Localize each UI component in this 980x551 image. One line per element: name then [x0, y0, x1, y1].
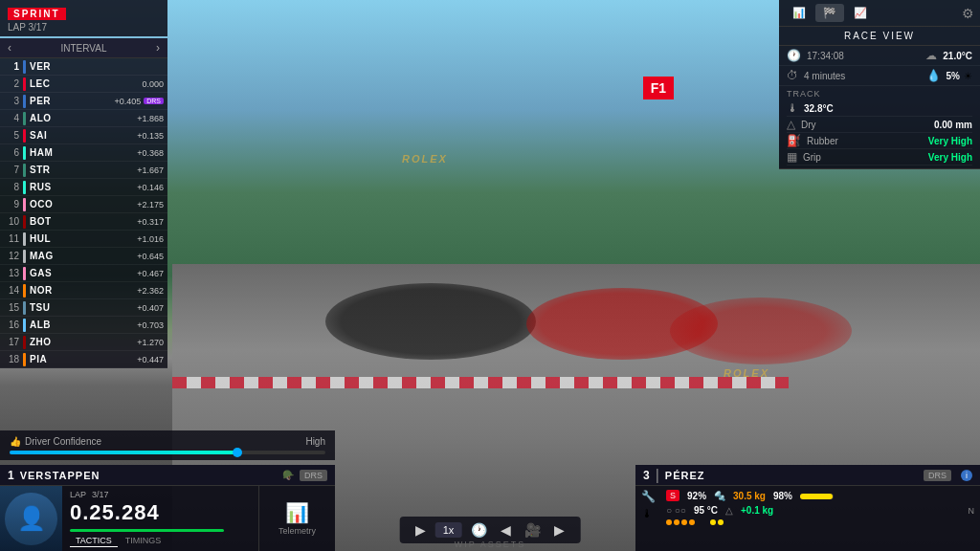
tyre-health-val: 92%: [687, 491, 706, 501]
lb-name: HAM: [30, 147, 137, 158]
tab-chart-left[interactable]: 📊: [785, 4, 813, 22]
thumbs-up-icon: 👍: [10, 436, 21, 447]
rolex-banner-2: ROLEX: [724, 367, 769, 379]
lb-pos: 16: [4, 320, 19, 330]
camera-icon[interactable]: 🎥: [521, 520, 545, 540]
speed-control[interactable]: 1x: [435, 522, 462, 538]
lb-team-bar: [23, 112, 26, 125]
lb-pos: 3: [4, 96, 19, 106]
perez-card: 3 | PÉREZ DRS i 🔧 🌡 S 92% 🔩 30.5 kg 98%: [635, 465, 980, 551]
confidence-thumb[interactable]: [233, 448, 242, 457]
lb-pos: 6: [4, 147, 19, 158]
lb-row[interactable]: 1 VER: [0, 58, 167, 76]
lb-gap: +0.407: [137, 303, 164, 313]
interval-label: INTERVAL: [61, 43, 107, 54]
lb-row[interactable]: 5 SAI +0.135: [0, 127, 167, 144]
lb-row[interactable]: 12 MAG +0.645: [0, 248, 167, 265]
telemetry-icon: 📊: [285, 501, 309, 524]
n-indicator: N: [969, 506, 975, 516]
lb-pos: 18: [4, 354, 19, 364]
ers-bar: [800, 494, 834, 499]
lb-team-bar: [23, 60, 26, 74]
track-temp-row: 🌡 32.8°C: [787, 100, 972, 117]
lb-row[interactable]: 9 OCO +2.175: [0, 196, 167, 213]
next-arrow[interactable]: ›: [156, 41, 160, 55]
fuel-dots: [710, 519, 724, 525]
forward-button[interactable]: ▶: [550, 520, 568, 540]
lb-name: TSU: [30, 302, 137, 313]
lb-gap: +0.405: [114, 97, 141, 106]
lb-team-bar: [23, 267, 26, 280]
tactics-tab[interactable]: TACTICS: [70, 535, 118, 547]
rewind-button[interactable]: ◀: [497, 520, 515, 540]
lb-row[interactable]: 11 HUL +1.016: [0, 231, 167, 248]
perez-name: PÉREZ: [665, 470, 918, 481]
clock-icon-rv: 🕐: [787, 49, 801, 62]
tab-chart-right[interactable]: 📈: [846, 4, 875, 22]
triangle-icon-pz: △: [725, 505, 733, 516]
lb-team-bar: [23, 181, 26, 194]
telemetry-section[interactable]: 📊 Telemetry: [258, 486, 335, 551]
lb-name: HUL: [30, 233, 137, 244]
lb-gap: +0.368: [137, 148, 164, 158]
rain-chance: 5%: [947, 71, 960, 81]
lb-team-bar: [23, 198, 26, 211]
perez-body: 🔧 🌡 S 92% 🔩 30.5 kg 98% ○ ○○ 95 °C △ +0.: [635, 486, 980, 551]
perez-icons: 🔧 🌡: [641, 490, 660, 547]
lb-team-bar: [23, 215, 26, 229]
lb-row[interactable]: 16 ALB +0.703: [0, 317, 167, 334]
wip-label: WIP ASSETS: [455, 540, 525, 549]
lb-row[interactable]: 2 LEC 0.000: [0, 76, 167, 93]
lb-row[interactable]: 10 BOT +0.317: [0, 213, 167, 231]
fuel-kg-val: 30.5 kg: [733, 491, 766, 501]
grip-value: Very High: [928, 152, 972, 163]
play-button[interactable]: ▶: [412, 520, 430, 540]
lb-row[interactable]: 3 PER +0.405 DRS: [0, 93, 167, 110]
helmet-icon: 🪖: [282, 470, 294, 480]
lb-row[interactable]: 17 ZHO +1.270: [0, 334, 167, 351]
lb-pos: 17: [4, 337, 19, 347]
perez-info-btn[interactable]: i: [961, 470, 972, 481]
lb-pos: 14: [4, 285, 19, 296]
lb-name: BOT: [30, 216, 137, 227]
lb-name: GAS: [30, 268, 137, 278]
lb-row[interactable]: 4 ALO +1.868: [0, 110, 167, 127]
drs-button[interactable]: DRS: [300, 470, 327, 481]
lb-gap: +0.135: [137, 131, 164, 141]
lb-gap: +1.016: [137, 234, 164, 244]
perez-header: 3 | PÉREZ DRS i: [635, 465, 980, 486]
tyre-icon: 🔧: [641, 490, 660, 503]
tab-flag[interactable]: 🏁: [815, 4, 844, 22]
lb-pos: 10: [4, 216, 19, 227]
lb-name: PIA: [30, 354, 137, 364]
track-section: TRACK 🌡 32.8°C △ Dry 0.00 mm ⛽ Rubber Ve…: [779, 86, 980, 169]
perez-drs-btn[interactable]: DRS: [924, 470, 951, 481]
lb-row[interactable]: 15 TSU +0.407: [0, 299, 167, 317]
lb-row[interactable]: 7 STR +1.667: [0, 162, 167, 179]
settings-gear-icon[interactable]: ⚙: [962, 6, 974, 21]
driver-avatar: 👤: [0, 486, 62, 551]
lb-team-bar: [23, 301, 26, 315]
lb-row[interactable]: 18 PIA +0.447: [0, 351, 167, 368]
lb-gap: +1.868: [137, 114, 164, 123]
air-temp: 21.0°C: [943, 51, 972, 61]
lb-row[interactable]: 13 GAS +0.467: [0, 265, 167, 282]
driver-lap-time: 0.25.284: [70, 500, 251, 525]
lb-row[interactable]: 8 RUS +0.146: [0, 179, 167, 196]
timings-tab[interactable]: TIMINGS: [120, 535, 167, 547]
lb-row[interactable]: 14 NOR +2.362: [0, 282, 167, 299]
confidence-label: Driver Confidence: [25, 436, 101, 447]
lb-name: ALO: [30, 113, 137, 123]
lap-label: LAP 3/17: [8, 22, 47, 33]
fuel-delta-val: +0.1 kg: [741, 505, 773, 516]
lb-name: NOR: [30, 285, 137, 296]
lb-pos: 2: [4, 78, 19, 89]
rubber-row: ⛽ Rubber Very High: [787, 133, 972, 149]
ers-pct-val: 98%: [773, 491, 792, 501]
lb-row[interactable]: 6 HAM +0.368: [0, 144, 167, 162]
lb-pos: 15: [4, 302, 19, 313]
prev-arrow[interactable]: ‹: [8, 41, 11, 55]
lb-name: STR: [30, 165, 137, 175]
clock-icon[interactable]: 🕐: [467, 520, 491, 540]
lap-time-bar: [70, 529, 224, 532]
